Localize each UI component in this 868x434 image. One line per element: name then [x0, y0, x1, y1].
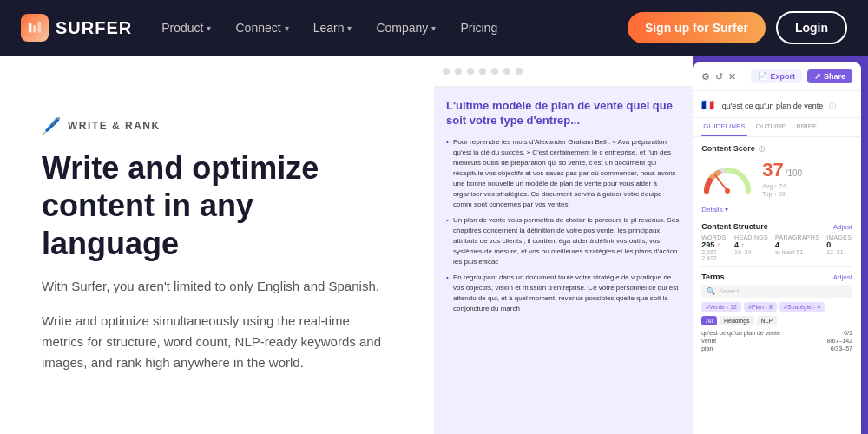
- toolbar-dot: [467, 68, 474, 75]
- score-info-icon: ⓘ: [759, 146, 765, 152]
- body-text: Write and optimize simultaneously using …: [42, 311, 392, 373]
- settings-icon[interactable]: ⚙: [701, 71, 710, 82]
- term-type-headings[interactable]: Headings: [720, 316, 754, 326]
- seo-tabs: GUIDELINES OUTLINE BRIEF: [693, 118, 861, 137]
- metric-images-label: IMAGES: [826, 234, 852, 240]
- logo[interactable]: SURFER: [21, 14, 132, 42]
- metric-paragraphs-note: at least 51: [775, 249, 819, 255]
- close-icon[interactable]: ✕: [728, 71, 736, 82]
- term-text-3: plan: [701, 345, 713, 352]
- terms-adjust[interactable]: Adjust: [833, 273, 852, 281]
- article-toolbar: [434, 56, 693, 87]
- demo-panel: L'ultime modèle de plan de vente quel qu…: [434, 56, 868, 434]
- score-top: Top ↑ 80: [762, 191, 802, 197]
- tag-strategie[interactable]: #Stratégie - 4: [779, 302, 825, 312]
- nav-item-learn[interactable]: Learn ▾: [303, 14, 363, 42]
- details-link[interactable]: Details ▾: [701, 204, 852, 215]
- share-button[interactable]: ↗ Share: [807, 69, 852, 83]
- navigation: SURFER Product ▾ Connect ▾ Learn ▾ Compa…: [0, 0, 868, 56]
- search-placeholder: Search: [719, 287, 740, 295]
- article-panel: L'ultime modèle de plan de vente quel qu…: [434, 56, 693, 434]
- term-type-all[interactable]: All: [701, 316, 717, 326]
- score-max: /100: [786, 168, 802, 178]
- svg-rect-2: [38, 22, 42, 33]
- share-icon: ↗: [814, 72, 821, 81]
- metric-headings-label: HEADINGS: [734, 234, 768, 240]
- subtext: With Surfer, you aren't limited to only …: [42, 276, 392, 297]
- tab-brief[interactable]: BRIEF: [794, 118, 819, 136]
- nav-item-product[interactable]: Product ▾: [151, 14, 221, 42]
- term-row-2: vente 8/67–142: [701, 337, 852, 345]
- tag-plan[interactable]: #Plan - 8: [744, 302, 777, 312]
- seo-question: qu'est ce qu'un plan de vente: [722, 102, 824, 110]
- hero-section: 🖊️ WRITE & RANK Write and optimize conte…: [0, 56, 434, 434]
- score-gauge: [701, 161, 753, 194]
- main-content: 🖊️ WRITE & RANK Write and optimize conte…: [0, 56, 868, 434]
- terms-title: Terms: [701, 273, 724, 281]
- tab-guidelines[interactable]: GUIDELINES: [701, 118, 746, 136]
- chevron-down-icon: ▾: [431, 23, 436, 33]
- seo-toolbar: ⚙ ↺ ✕ 📄 Export ↗ Share: [693, 62, 861, 91]
- score-avg: Avg ↑ 74: [762, 183, 802, 189]
- export-button[interactable]: 📄 Export: [751, 69, 802, 83]
- nav-item-connect[interactable]: Connect ▾: [225, 14, 299, 42]
- term-row-3: plan 6/33–57: [701, 345, 852, 352]
- info-icon: ⓘ: [829, 102, 836, 110]
- toolbar-dot: [443, 68, 450, 75]
- chevron-down-icon: ▾: [285, 23, 289, 33]
- badge: 🖊️ WRITE & RANK: [42, 116, 392, 135]
- term-row-1: qu'est ce qu'un plan de vente 0/1: [701, 329, 852, 337]
- metric-headings: HEADINGS 4 ↑ 19–34: [734, 234, 768, 261]
- svg-line-3: [715, 175, 727, 191]
- tag-vente[interactable]: #Vente - 12: [701, 302, 741, 312]
- seo-panel: ⚙ ↺ ✕ 📄 Export ↗ Share 🇫🇷 qu'est ce qu'u…: [693, 62, 861, 434]
- tab-outline[interactable]: OUTLINE: [754, 118, 788, 136]
- login-button[interactable]: Login: [776, 11, 847, 44]
- article-title: L'ultime modèle de plan de vente quel qu…: [446, 99, 681, 128]
- logo-icon: [21, 14, 49, 42]
- headline: Write and optimize content in any langua…: [42, 149, 392, 262]
- toolbar-dot: [455, 68, 462, 75]
- flag-icon: 🇫🇷: [701, 99, 714, 111]
- metric-images-range: 12–21: [826, 249, 852, 255]
- toolbar-dot: [491, 68, 498, 75]
- article-bullet-1: Pour reprendre les mots d'Alexander Grah…: [446, 137, 681, 210]
- score-label: Content Score ⓘ: [701, 144, 852, 154]
- search-icon: 🔍: [707, 287, 715, 295]
- structure-section-header: Content Structure Adjust: [701, 222, 852, 231]
- chevron-down-icon: ▾: [207, 23, 211, 33]
- metrics-row: WORDS 295 ↑ 2,567–2,492 HEADINGS 4 ↑ 19–…: [701, 234, 852, 261]
- terms-section-header: Terms Adjust: [701, 273, 852, 281]
- refresh-icon[interactable]: ↺: [715, 71, 723, 82]
- chevron-down-icon: ▾: [725, 206, 728, 214]
- toolbar-dot: [503, 68, 510, 75]
- article-body: L'ultime modèle de plan de vente quel qu…: [434, 87, 693, 434]
- nav-item-pricing[interactable]: Pricing: [450, 14, 508, 42]
- metric-headings-range: 19–34: [734, 249, 768, 255]
- term-count-2: 8/67–142: [827, 338, 852, 344]
- metric-paragraphs-label: PARAGRAPHS: [775, 234, 819, 240]
- pencil-icon: 🖊️: [42, 116, 61, 135]
- term-count-3: 6/33–57: [831, 345, 852, 352]
- tag-row: #Vente - 12 #Plan - 8 #Stratégie - 4: [701, 302, 852, 312]
- term-type-nlp[interactable]: NLP: [757, 316, 778, 326]
- metric-images: IMAGES 0 12–21: [826, 234, 852, 261]
- signup-button[interactable]: Sign up for Surfer: [628, 12, 766, 43]
- score-number: 37: [762, 159, 783, 181]
- svg-rect-0: [29, 23, 32, 33]
- seo-title-bar: 🇫🇷 qu'est ce qu'un plan de vente ⓘ: [693, 91, 861, 118]
- score-value-block: 37 /100 Avg ↑ 74 Top ↑ 80: [762, 159, 802, 197]
- nav-item-company[interactable]: Company ▾: [365, 14, 446, 42]
- terms-search[interactable]: 🔍 Search: [701, 285, 852, 298]
- metric-words: WORDS 295 ↑ 2,567–2,492: [701, 234, 727, 261]
- metric-images-value: 0: [826, 240, 852, 249]
- export-icon: 📄: [758, 72, 767, 81]
- article-bullet-2: Un plan de vente vous permettra de chois…: [446, 215, 681, 267]
- term-text-1: qu'est ce qu'un plan de vente: [701, 330, 780, 336]
- structure-adjust[interactable]: Adjust: [833, 223, 852, 231]
- badge-text: WRITE & RANK: [68, 120, 161, 132]
- chevron-down-icon: ▾: [347, 23, 352, 33]
- term-count-1: 0/1: [844, 330, 852, 336]
- structure-title: Content Structure: [701, 222, 768, 231]
- terms-section: Terms Adjust 🔍 Search #Vente - 12 #Plan …: [701, 266, 852, 352]
